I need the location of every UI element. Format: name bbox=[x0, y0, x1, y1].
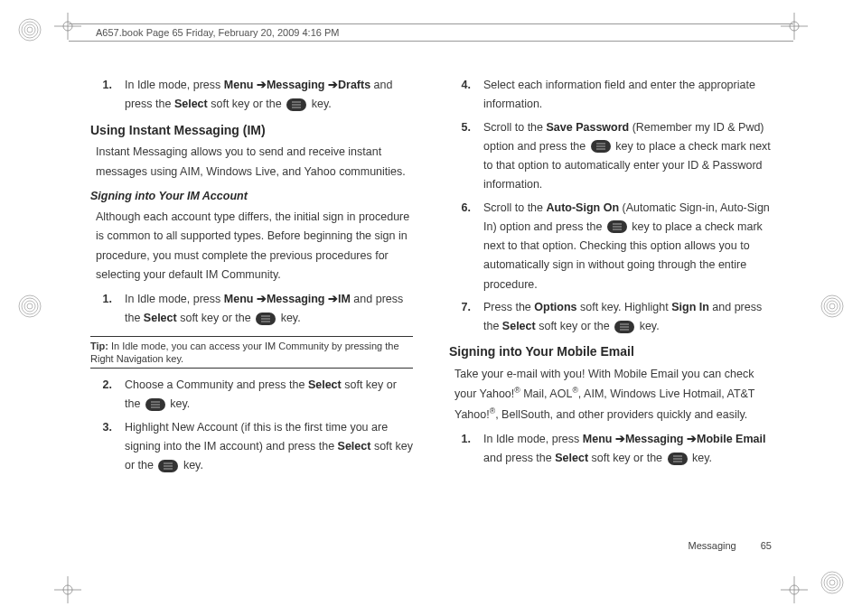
text: Scroll to the bbox=[483, 121, 546, 134]
steps-signin-c: 4. Select each information field and ent… bbox=[449, 76, 772, 336]
svg-point-19 bbox=[829, 303, 835, 309]
registration-ring-icon bbox=[18, 18, 42, 45]
crop-mark-icon bbox=[781, 576, 808, 603]
svg-point-20 bbox=[19, 19, 41, 41]
text: Press the bbox=[483, 301, 534, 313]
bold: Select bbox=[502, 320, 536, 332]
text: soft key or the bbox=[588, 452, 665, 464]
svg-point-26 bbox=[827, 577, 838, 588]
bold: Save Password bbox=[546, 121, 629, 134]
bold: Messaging bbox=[267, 293, 325, 305]
ok-key-icon bbox=[145, 398, 165, 411]
bold: Select bbox=[174, 98, 208, 110]
svg-point-16 bbox=[821, 295, 843, 317]
text: soft key or the bbox=[177, 312, 254, 324]
ok-key-icon bbox=[256, 313, 276, 325]
bold: Select bbox=[308, 378, 342, 391]
footer-section: Messaging bbox=[688, 540, 736, 551]
crop-mark-icon bbox=[54, 576, 81, 603]
text: soft key or the bbox=[208, 98, 285, 110]
step-item: 1. In Idle mode, press MenuMessagingDraf… bbox=[90, 76, 413, 115]
step-number: 4. bbox=[449, 76, 471, 115]
svg-point-27 bbox=[829, 580, 835, 585]
left-column: 1. In Idle mode, press MenuMessagingDraf… bbox=[90, 72, 413, 562]
step-item: 2. Choose a Community and press the Sele… bbox=[90, 376, 413, 415]
step-item: 1. In Idle mode, press MenuMessagingMobi… bbox=[449, 430, 772, 469]
registration-ring-icon bbox=[18, 294, 42, 322]
step-body: Select each information field and enter … bbox=[483, 76, 772, 115]
paragraph: Although each account type differs, the … bbox=[96, 208, 413, 285]
step-item: 3. Highlight New Account (if this is the… bbox=[90, 418, 413, 476]
arrow-icon bbox=[253, 293, 266, 305]
page: A657.book Page 65 Friday, February 20, 2… bbox=[0, 0, 862, 616]
text: key. bbox=[277, 312, 300, 324]
arrow-icon bbox=[325, 293, 338, 305]
ok-key-icon bbox=[614, 321, 634, 333]
bold: Menu bbox=[583, 433, 613, 445]
arrow-icon bbox=[684, 433, 697, 445]
text: key. bbox=[180, 459, 202, 471]
text: key. bbox=[167, 397, 190, 410]
step-number: 1. bbox=[449, 430, 471, 469]
bold: Select bbox=[555, 452, 588, 464]
step-body: Scroll to the Auto-Sign On (Automatic Si… bbox=[483, 199, 772, 294]
step-body: Choose a Community and press the Select … bbox=[125, 376, 413, 415]
registration-ring-icon bbox=[820, 571, 844, 598]
arrow-icon bbox=[325, 79, 338, 91]
ok-key-icon bbox=[668, 453, 688, 465]
step-body: Scroll to the Save Password (Remember my… bbox=[483, 118, 772, 195]
text: Choose a Community and press the bbox=[125, 378, 308, 391]
steps-mobile-email: 1. In Idle mode, press MenuMessagingMobi… bbox=[449, 430, 772, 469]
header-stamp-text: A657.book Page 65 Friday, February 20, 2… bbox=[96, 27, 339, 38]
paragraph: Take your e-mail with you! With Mobile E… bbox=[454, 365, 772, 425]
step-body: Highlight New Account (if this is the fi… bbox=[125, 418, 413, 476]
step-item: 4. Select each information field and ent… bbox=[449, 76, 772, 115]
step-body: In Idle mode, press MenuMessagingIM and … bbox=[125, 290, 413, 329]
text: key. bbox=[308, 98, 331, 110]
step-item: 7. Press the Options soft key. Highlight… bbox=[449, 298, 772, 337]
step-number: 3. bbox=[90, 418, 112, 476]
heading-im: Using Instant Messaging (IM) bbox=[90, 120, 413, 142]
tip-text: In Idle mode, you can access your IM Com… bbox=[90, 341, 399, 364]
text: Mail, AOL bbox=[520, 387, 573, 400]
paragraph: Instant Messaging allows you to send and… bbox=[96, 143, 413, 182]
arrow-icon bbox=[253, 79, 266, 91]
svg-point-18 bbox=[827, 301, 838, 312]
step-body: In Idle mode, press MenuMessagingMobile … bbox=[483, 430, 772, 469]
bold: Messaging bbox=[267, 79, 325, 91]
arrow-icon bbox=[612, 433, 624, 445]
steps-signin-a: 1. In Idle mode, press MenuMessagingIM a… bbox=[90, 290, 413, 329]
ok-key-icon bbox=[607, 220, 627, 233]
step-item: 1. In Idle mode, press MenuMessagingIM a… bbox=[90, 290, 413, 329]
step-item: 5. Scroll to the Save Password (Remember… bbox=[449, 118, 772, 195]
text: soft key. Highlight bbox=[577, 301, 672, 313]
step-number: 5. bbox=[449, 118, 471, 195]
ok-key-icon bbox=[158, 460, 178, 472]
bold: Select bbox=[338, 440, 371, 453]
bold: Drafts bbox=[338, 79, 370, 91]
svg-point-14 bbox=[24, 301, 35, 312]
step-body: In Idle mode, press MenuMessagingDrafts … bbox=[125, 76, 413, 115]
bold: Menu bbox=[224, 293, 254, 305]
right-column: 4. Select each information field and ent… bbox=[449, 72, 772, 562]
text: soft key or the bbox=[536, 320, 613, 332]
step-number: 2. bbox=[90, 376, 112, 415]
bold: Auto-Sign On bbox=[546, 201, 619, 214]
step-number: 6. bbox=[449, 199, 471, 294]
page-content: 1. In Idle mode, press MenuMessagingDraf… bbox=[90, 72, 772, 562]
step-number: 1. bbox=[90, 290, 112, 329]
ok-key-icon bbox=[286, 98, 306, 111]
svg-point-15 bbox=[27, 303, 33, 309]
text: , BellSouth, and other providers quickly… bbox=[495, 408, 747, 421]
svg-point-12 bbox=[19, 295, 41, 317]
text: key. bbox=[636, 320, 659, 332]
svg-point-24 bbox=[821, 572, 843, 593]
text: In Idle mode, press bbox=[125, 79, 224, 91]
registration-ring-icon bbox=[820, 294, 844, 322]
steps-drafts: 1. In Idle mode, press MenuMessagingDraf… bbox=[90, 76, 413, 115]
tip-label: Tip: bbox=[90, 341, 108, 351]
heading-mobile-email: Signing into Your Mobile Email bbox=[449, 341, 772, 363]
step-body: Press the Options soft key. Highlight Si… bbox=[483, 298, 772, 337]
step-item: 6. Scroll to the Auto-Sign On (Automatic… bbox=[449, 199, 772, 294]
bold: Messaging bbox=[625, 433, 684, 445]
